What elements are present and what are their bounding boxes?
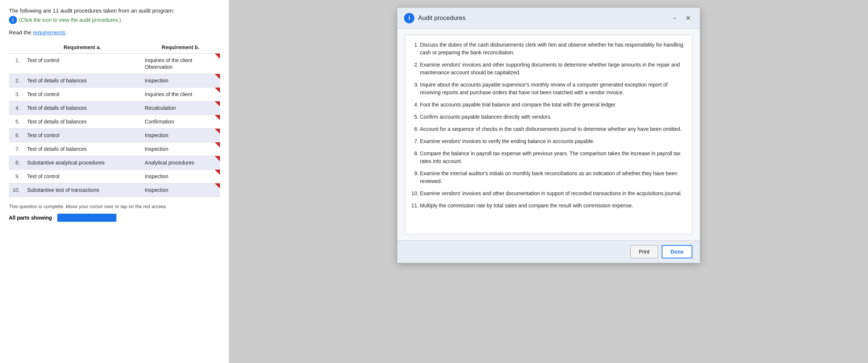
minimize-button[interactable]: −: [669, 13, 680, 23]
requirements-table: Requirement a. Requirement b. 1.Test of …: [9, 41, 220, 197]
req-b-cell[interactable]: Inspection: [141, 170, 220, 183]
red-corner-indicator: [215, 142, 220, 147]
bottom-text: This question is complete. Move your cur…: [9, 204, 220, 209]
progress-bar: [57, 214, 116, 222]
red-corner-indicator: [215, 54, 220, 59]
req-b-cell[interactable]: Inquiries of the clientObservation: [141, 54, 220, 74]
dialog-content-box[interactable]: Discuss the duties of the cash disbursem…: [405, 35, 692, 234]
all-parts-label: All parts showing: [9, 215, 52, 221]
read-suffix: .: [65, 29, 67, 35]
req-a-cell: Test of details of balances: [23, 115, 141, 129]
table-row: 2.Test of details of balancesInspection: [9, 74, 220, 88]
req-a-cell: Test of details of balances: [23, 74, 141, 88]
dialog-header: i Audit procedures − ✕: [397, 8, 700, 29]
row-number: 2.: [9, 74, 23, 88]
dialog-list-item: Examine vendors' invoices and other supp…: [420, 61, 685, 77]
req-b-cell[interactable]: Inspection: [141, 183, 220, 197]
read-prefix: Read the: [9, 29, 33, 35]
table-row: 9.Test of controlInspection: [9, 170, 220, 183]
table-row: 8.Substantive analytical proceduresAnaly…: [9, 156, 220, 170]
req-a-cell: Test of details of balances: [23, 101, 141, 115]
red-corner-indicator: [215, 101, 220, 106]
req-a-cell: Substantive analytical procedures: [23, 156, 141, 170]
req-b-cell[interactable]: Confirmation: [141, 115, 220, 129]
req-b-cell[interactable]: Inspection: [141, 74, 220, 88]
intro-text: The following are 11 audit procedures ta…: [9, 7, 220, 14]
dialog-list-item: Confirm accounts payable balances direct…: [420, 113, 685, 121]
red-corner-indicator: [215, 156, 220, 161]
read-line: Read the requirements.: [9, 29, 220, 35]
dialog-list-item: Multiply the commission rate by total sa…: [420, 202, 685, 210]
row-number: 10.: [9, 183, 23, 197]
table-row: 7.Test of details of balancesInspection: [9, 142, 220, 156]
dialog-list-item: Examine the internal auditor's initials …: [420, 170, 685, 185]
red-corner-indicator: [215, 88, 220, 93]
dialog-box: i Audit procedures − ✕ Discuss the dutie…: [397, 7, 700, 263]
table-row: 3.Test of controlInquiries of the client: [9, 88, 220, 101]
dialog-info-icon: i: [404, 13, 414, 23]
dialog-list-item: Examine vendors' invoices to verify the …: [420, 138, 685, 145]
left-panel: The following are 11 audit procedures ta…: [0, 0, 229, 363]
req-a-cell: Substantive test of transactions: [23, 183, 141, 197]
req-a-cell: Test of control: [23, 170, 141, 183]
req-b-cell[interactable]: Inquiries of the client: [141, 88, 220, 101]
col-req-b: Requirement b.: [141, 41, 220, 54]
done-button[interactable]: Done: [662, 245, 692, 258]
row-number: 7.: [9, 142, 23, 156]
red-corner-indicator: [215, 74, 220, 79]
col-number: [9, 41, 23, 54]
dialog-footer: Print Done: [397, 240, 700, 263]
close-button[interactable]: ✕: [683, 13, 693, 23]
red-corner-indicator: [215, 115, 220, 120]
req-b-cell[interactable]: Recalculation: [141, 101, 220, 115]
dialog-list-item: Inquire about the accounts payable super…: [420, 81, 685, 96]
dialog-list-item: Foot the accounts payable trial balance …: [420, 101, 685, 109]
row-number: 4.: [9, 101, 23, 115]
row-number: 9.: [9, 170, 23, 183]
dialog-list-item: Discuss the duties of the cash disbursem…: [420, 41, 685, 57]
requirements-link[interactable]: requirements: [33, 29, 65, 35]
dialog-body: Discuss the duties of the cash disbursem…: [397, 29, 700, 240]
table-row: 4.Test of details of balancesRecalculati…: [9, 101, 220, 115]
req-b-cell[interactable]: Inspection: [141, 129, 220, 142]
table-row: 6.Test of controlInspection: [9, 129, 220, 142]
red-corner-indicator: [215, 129, 220, 134]
req-b-cell[interactable]: Inspection: [141, 142, 220, 156]
dialog-list-item: Examine vendors' invoices and other docu…: [420, 190, 685, 197]
dialog-title: Audit procedures: [418, 14, 666, 22]
table-row: 1.Test of controlInquiries of the client…: [9, 54, 220, 74]
info-icon[interactable]: i: [9, 16, 17, 24]
red-corner-indicator: [215, 183, 220, 189]
req-b-cell[interactable]: Analytical procedures: [141, 156, 220, 170]
icon-link-text: (Click the icon to view the audit proced…: [19, 17, 121, 23]
row-number: 6.: [9, 129, 23, 142]
row-number: 8.: [9, 156, 23, 170]
dialog-list-item: Account for a sequence of checks in the …: [420, 125, 685, 133]
dialog-list-item: Compare the balance in payroll tax expen…: [420, 150, 685, 165]
table-row: 10.Substantive test of transactionsInspe…: [9, 183, 220, 197]
table-row: 5.Test of details of balancesConfirmatio…: [9, 115, 220, 129]
col-req-a: Requirement a.: [23, 41, 141, 54]
right-panel: i Audit procedures − ✕ Discuss the dutie…: [229, 0, 868, 363]
row-number: 3.: [9, 88, 23, 101]
row-number: 5.: [9, 115, 23, 129]
red-corner-indicator: [215, 170, 220, 175]
req-a-cell: Test of control: [23, 88, 141, 101]
icon-link-row: i (Click the icon to view the audit proc…: [9, 16, 220, 24]
req-a-cell: Test of control: [23, 129, 141, 142]
req-a-cell: Test of details of balances: [23, 142, 141, 156]
print-button[interactable]: Print: [630, 245, 658, 258]
dialog-controls: − ✕: [669, 13, 693, 23]
req-a-cell: Test of control: [23, 54, 141, 74]
row-number: 1.: [9, 54, 23, 74]
all-parts-row: All parts showing: [9, 214, 220, 222]
